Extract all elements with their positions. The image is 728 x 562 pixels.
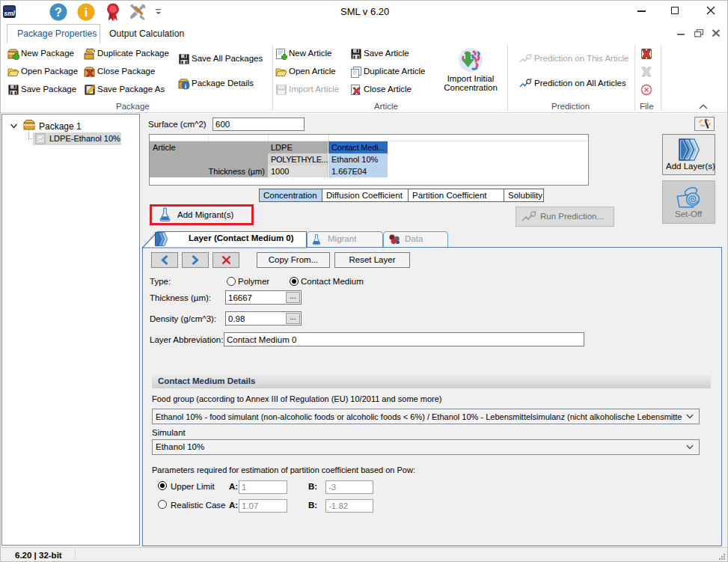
- svg-text:?: ?: [55, 6, 62, 19]
- svg-text:i: i: [85, 6, 88, 19]
- svg-text:sml: sml: [4, 10, 15, 17]
